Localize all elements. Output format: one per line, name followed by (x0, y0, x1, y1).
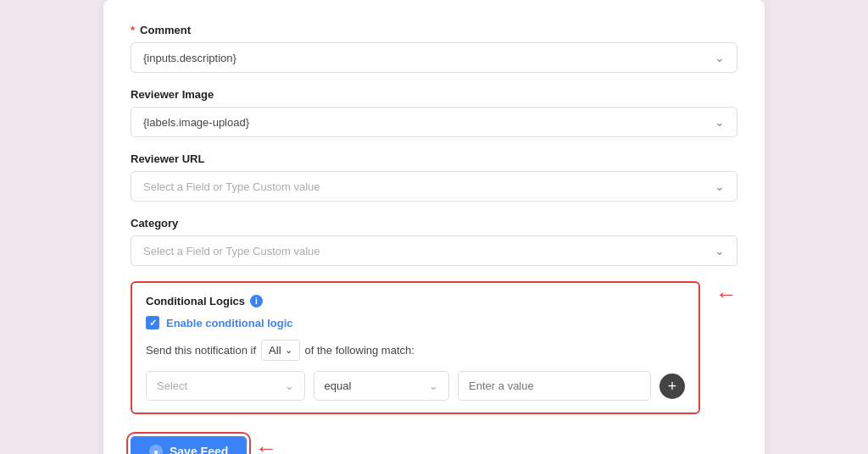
notification-text-after: of the following match: (305, 344, 415, 357)
condition-value-input[interactable] (458, 371, 651, 401)
category-select[interactable]: Select a Field or Type Custom value ⌄ (131, 235, 737, 266)
conditional-arrow-indicator: ← (715, 281, 737, 307)
required-indicator: * (131, 24, 135, 36)
comment-label: * Comment (131, 24, 737, 36)
conditional-title: Conditional Logics (146, 295, 245, 307)
reviewer-image-label: Reviewer Image (131, 88, 737, 101)
conditional-section-wrapper: Conditional Logics i Enable conditional … (131, 281, 737, 429)
comment-chevron-icon: ⌄ (715, 51, 725, 64)
notification-row: Send this notification if All ⌄ of the f… (146, 340, 685, 361)
enable-conditional-label[interactable]: Enable conditional logic (166, 317, 293, 329)
reviewer-url-select[interactable]: Select a Field or Type Custom value ⌄ (131, 171, 737, 202)
save-icon: ● (149, 445, 163, 454)
condition-select-chevron-icon: ⌄ (285, 379, 294, 392)
reviewer-url-placeholder: Select a Field or Type Custom value (143, 180, 320, 193)
main-card: * Comment {inputs.description} ⌄ Reviewe… (103, 0, 765, 454)
reviewer-url-field-group: Reviewer URL Select a Field or Type Cust… (131, 152, 737, 202)
condition-operator-select[interactable]: equal ⌄ (314, 371, 450, 401)
enable-conditional-checkbox[interactable] (146, 316, 159, 329)
condition-operator-chevron-icon: ⌄ (429, 379, 438, 392)
category-chevron-icon: ⌄ (715, 244, 725, 257)
add-icon: + (668, 379, 677, 394)
category-field-group: Category Select a Field or Type Custom v… (131, 217, 737, 266)
save-btn-wrapper: ● Save Feed ← (131, 429, 737, 454)
reviewer-url-chevron-icon: ⌄ (715, 180, 725, 193)
condition-operator-value: equal (325, 379, 352, 392)
reviewer-image-select[interactable]: {labels.image-upload} ⌄ (131, 107, 737, 137)
comment-field-group: * Comment {inputs.description} ⌄ (131, 24, 737, 73)
condition-field-select[interactable]: Select ⌄ (146, 371, 305, 401)
reviewer-image-chevron-icon: ⌄ (715, 115, 725, 129)
enable-logic-row: Enable conditional logic (146, 316, 685, 329)
condition-row: Select ⌄ equal ⌄ + (146, 371, 685, 401)
info-icon[interactable]: i (250, 295, 263, 307)
all-option: All (269, 344, 281, 357)
all-select[interactable]: All ⌄ (261, 340, 299, 361)
comment-value: {inputs.description} (143, 52, 236, 64)
all-chevron-icon: ⌄ (285, 345, 292, 356)
comment-select[interactable]: {inputs.description} ⌄ (131, 42, 737, 73)
save-arrow-indicator: ← (255, 435, 277, 455)
add-condition-button[interactable]: + (659, 374, 685, 399)
condition-select-placeholder: Select (157, 379, 187, 392)
save-feed-label: Save Feed (170, 445, 228, 454)
reviewer-image-field-group: Reviewer Image {labels.image-upload} ⌄ (131, 88, 737, 137)
notification-text-before: Send this notification if (146, 344, 256, 357)
save-feed-button[interactable]: ● Save Feed (131, 436, 247, 454)
conditional-section: Conditional Logics i Enable conditional … (131, 281, 700, 414)
reviewer-url-label: Reviewer URL (131, 152, 737, 165)
category-placeholder: Select a Field or Type Custom value (143, 245, 320, 257)
reviewer-image-value: {labels.image-upload} (143, 116, 249, 129)
category-label: Category (131, 217, 737, 230)
conditional-header: Conditional Logics i (146, 295, 685, 307)
